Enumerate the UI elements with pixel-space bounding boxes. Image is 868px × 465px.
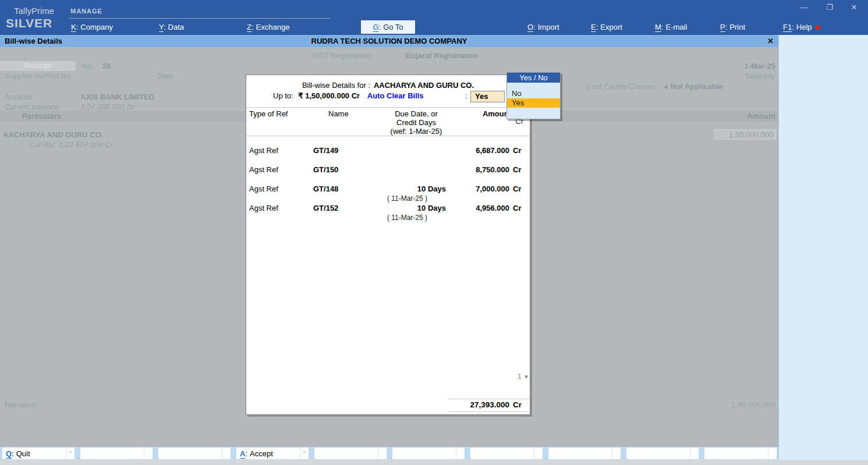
colon: : [85,72,87,80]
dialog-title: Bill-wise Details for :AACHARYA AND GURU… [246,81,530,90]
cost-centre-label: Cost Centre/Classes [586,82,656,91]
particulars-header: Particulars [22,112,61,120]
row-crdr: Cr [513,204,521,212]
row-bill-name: GT/149 [313,146,338,155]
colon: : [12,449,14,458]
date-label: Date [157,72,173,80]
row-bill-name: GT/152 [313,204,338,212]
supplier-ref-label: Supplier Inv/Ref No. [5,72,72,80]
manage-divider [69,18,331,19]
expand-caret-icon[interactable] [768,448,777,459]
page-down-icon: ▼ [523,374,529,380]
dropdown-spacer [507,83,560,89]
party-current-balance: Cur Bal: 1,22,607.000 Cr [29,140,113,149]
hotkey-button-empty[interactable] [392,448,465,459]
row-due-date: ( 11-Mar-25 ) [369,214,427,222]
menu-help[interactable]: F1:Help [783,23,820,31]
hotkey-button-empty[interactable] [470,448,543,459]
screen-title-bar: Bill-wise Details RUDRA TECH SOLUTION DE… [0,35,778,47]
bill-row[interactable]: Agst RefGT/14810 Days7,000.000Cr [246,184,531,194]
voucher-no-value: 26 [102,62,111,70]
row-bill-name: GT/148 [313,184,338,193]
menu-data[interactable]: Y:Data [159,23,184,31]
menu-email[interactable]: M:E-mail [655,23,687,31]
menu-import[interactable]: O:Import [527,23,559,31]
dialog-upto-row: Up to: ₹ 1,50,000.000 Cr Auto Clear Bill… [273,91,424,100]
voucher-type-button[interactable]: Receipt [0,61,76,71]
current-balance-label: Current balance [5,102,59,111]
minimize-icon[interactable]: — [795,2,813,12]
colon: : [37,400,40,409]
voucher-day: Saturday [717,72,775,80]
bottom-edge-strip [0,460,868,465]
expand-caret-icon[interactable] [534,448,543,459]
gst-registration-value: Gujarat Registration [405,51,478,60]
app-edition: SILVER [6,16,52,30]
auto-clear-input[interactable]: Yes [470,91,505,102]
row-crdr: Cr [513,165,521,174]
close-window-icon[interactable]: ✕ [845,2,863,12]
hotkey-letter: Q [6,449,12,458]
dialog-total-amount: 27,393.000 [419,400,509,409]
hotkey-label: Accept [250,449,273,458]
menu-print[interactable]: P:Print [720,23,745,31]
expand-caret-icon[interactable] [612,448,621,459]
menu-export[interactable]: E:Export [591,23,622,31]
hotkey-button-quit[interactable]: Q:Quit^ [2,448,75,459]
total-rule-top [448,399,529,399]
expand-caret-icon[interactable]: ^ [300,448,309,459]
company-name: RUDRA TECH SOLUTION DEMO COMPANY [0,37,778,45]
row-amount: 6,687.000 [419,146,509,155]
party-amount-field: 1,50,000.000 [714,129,776,140]
gst-registration-label: GST Registration [313,51,370,60]
hotkey-button-empty[interactable] [314,448,387,459]
narration-label: Narration [5,400,36,409]
upto-label: Up to: [273,91,293,100]
expand-caret-icon[interactable] [456,448,465,459]
expand-caret-icon[interactable] [378,448,387,459]
menu-go-to[interactable]: G:Go To [361,20,415,34]
hotkey-button-empty[interactable] [704,448,777,459]
manage-section-label: MANAGE [70,8,102,15]
expand-caret-icon[interactable]: ^ [66,448,75,459]
hotkey-label: Quit [16,449,30,458]
row-type-of-ref: Agst Ref [249,146,278,155]
account-value: AXIS BANK LIMITED [80,93,154,101]
expand-caret-icon[interactable] [690,448,699,459]
hotkey-button-empty[interactable] [548,448,621,459]
colon: : [465,91,467,100]
bill-row[interactable]: Agst RefGT/1496,687.000Cr [246,146,531,156]
colon: : [185,72,187,80]
top-menu-bar: TallyPrime SILVER MANAGE K:Company Y:Dat… [0,0,868,35]
hotkey-button-empty[interactable] [80,448,153,459]
expand-caret-icon[interactable] [144,448,153,459]
restore-window-icon[interactable]: ❐ [821,2,838,12]
hotkey-button-empty[interactable] [158,448,231,459]
bill-row[interactable]: Agst RefGT/1508,750.000Cr [246,165,531,175]
row-bill-name: GT/150 [313,165,338,174]
dialog-party-name: AACHARYA AND GURU CO. [374,81,474,90]
dialog-separator [246,107,530,108]
amount-header: Amount [717,112,775,120]
hotkey-button-empty[interactable] [626,448,699,459]
dropdown-filler [507,108,560,119]
hotkey-button-accept[interactable]: A:Accept^ [236,448,309,459]
dropdown-title: Yes / No [507,73,560,83]
bill-row[interactable]: Agst RefGT/15210 Days4,956.000Cr [246,204,531,214]
bottom-hotkey-bar: Q:Quit^A:Accept^ [0,447,778,460]
current-balance-value: 2,24,096.000 Dr [80,102,134,111]
page-indicator[interactable]: 1▼ [479,372,529,381]
cost-centre-value: ♦ Not Applicable [664,82,723,91]
dropdown-option-yes[interactable]: Yes [507,98,560,108]
close-screen-icon[interactable]: ✕ [767,37,774,45]
row-amount: 7,000.000 [419,184,509,193]
row-type-of-ref: Agst Ref [249,204,278,212]
row-amount: 8,750.000 [419,165,509,174]
expand-caret-icon[interactable] [222,448,231,459]
row-crdr: Cr [513,146,521,155]
menu-company[interactable]: K:Company [71,23,113,31]
col-header-type: Type of Ref [249,109,288,118]
auto-clear-bills-link[interactable]: Auto Clear Bills [367,91,424,100]
menu-exchange[interactable]: Z:Exchange [247,23,289,31]
dropdown-option-no[interactable]: No [507,89,560,98]
